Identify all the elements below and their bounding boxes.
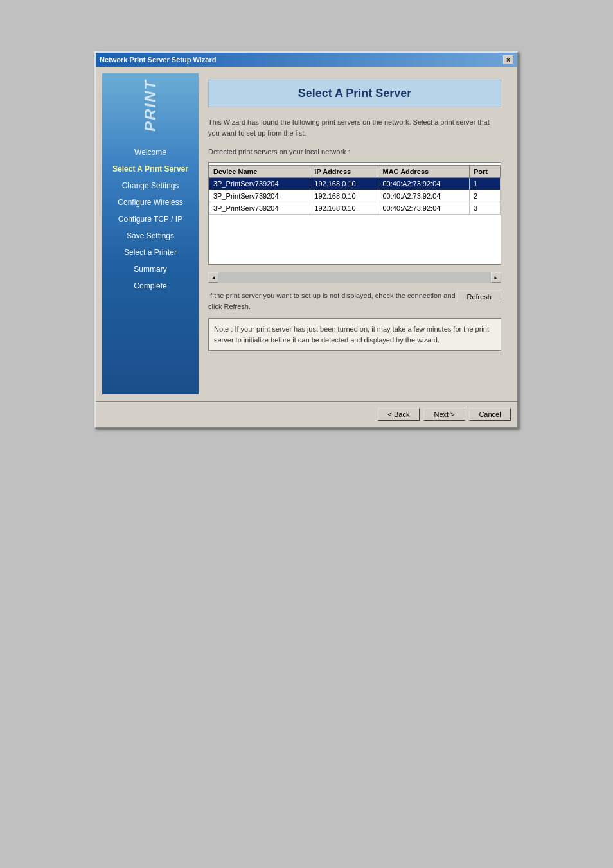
window-content: PRINT Welcome Select A Print Server Chan… (96, 67, 517, 401)
main-content: Select A Print Server This Wizard has fo… (199, 73, 511, 394)
note-box: Note : If your print server has just bee… (208, 318, 501, 351)
refresh-button[interactable]: Refresh (457, 290, 501, 303)
table-row[interactable]: 3P_PrintServ739204192.168.0.1000:40:A2:7… (209, 202, 501, 215)
scroll-right-button[interactable]: ► (491, 272, 501, 283)
refresh-prompt-text: If the print server you want to set up i… (208, 290, 457, 312)
sidebar-logo: PRINT (131, 80, 170, 131)
refresh-row: If the print server you want to set up i… (208, 290, 501, 312)
back-button[interactable]: < Back (378, 408, 420, 421)
sidebar-item-summary[interactable]: Summary (102, 261, 199, 278)
next-button[interactable]: Next > (423, 408, 465, 421)
col-device-name: Device Name (209, 166, 310, 178)
sidebar-item-complete[interactable]: Complete (102, 278, 199, 294)
col-ip-address: IP Address (310, 166, 378, 178)
wizard-window: Network Print Server Setup Wizard × PRIN… (94, 51, 519, 429)
description-text: This Wizard has found the following prin… (208, 117, 501, 138)
footer: < Back Next > Cancel (96, 401, 517, 427)
col-port: Port (469, 166, 500, 178)
scroll-left-button[interactable]: ◄ (208, 272, 218, 283)
table-row[interactable]: 3P_PrintServ739204192.168.0.1000:40:A2:7… (209, 178, 501, 190)
cancel-button[interactable]: Cancel (469, 408, 511, 421)
table-row[interactable]: 3P_PrintServ739204192.168.0.1000:40:A2:7… (209, 190, 501, 202)
col-mac-address: MAC Address (378, 166, 469, 178)
sidebar-item-save-settings[interactable]: Save Settings (102, 227, 199, 244)
page-title: Select A Print Server (218, 87, 491, 100)
sidebar-item-welcome[interactable]: Welcome (102, 144, 199, 161)
window-title: Network Print Server Setup Wizard (100, 56, 216, 64)
sidebar-item-select-print-server[interactable]: Select A Print Server (102, 161, 199, 177)
title-bar: Network Print Server Setup Wizard × (96, 53, 517, 67)
sidebar-item-select-printer[interactable]: Select a Printer (102, 244, 199, 261)
close-button[interactable]: × (503, 55, 513, 64)
sidebar: PRINT Welcome Select A Print Server Chan… (102, 73, 199, 394)
sidebar-nav: Welcome Select A Print Server Change Set… (102, 144, 199, 294)
horizontal-scrollbar: ◄ ► (208, 272, 501, 283)
sidebar-item-configure-tcp-ip[interactable]: Configure TCP / IP (102, 211, 199, 227)
page-title-box: Select A Print Server (208, 80, 501, 107)
sidebar-item-configure-wireless[interactable]: Configure Wireless (102, 194, 199, 211)
section-label: Detected print servers on your local net… (208, 148, 501, 155)
sidebar-logo-text: PRINT (141, 79, 159, 132)
device-table-container: Device Name IP Address MAC Address Port … (208, 162, 501, 265)
device-table: Device Name IP Address MAC Address Port … (209, 165, 501, 215)
sidebar-item-change-settings[interactable]: Change Settings (102, 177, 199, 194)
scroll-track (218, 272, 491, 283)
